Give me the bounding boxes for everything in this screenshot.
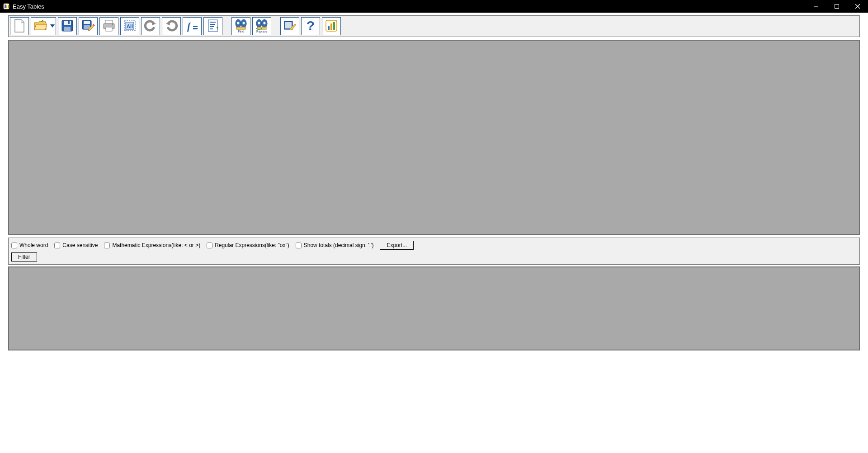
whole-word-label: Whole word	[19, 242, 48, 248]
case-sensitive-label: Case sensitive	[62, 242, 98, 248]
show-totals-checkbox[interactable]: Show totals (decimal sign: '.')	[296, 242, 374, 248]
main-grid-area[interactable]	[8, 40, 860, 235]
svg-rect-27	[193, 28, 198, 29]
find-icon: Find	[234, 18, 248, 35]
svg-rect-10	[64, 21, 71, 25]
chart-icon	[325, 19, 338, 33]
case-sensitive-checkbox[interactable]: Case sensitive	[54, 242, 98, 248]
maximize-button[interactable]	[826, 0, 847, 13]
print-button[interactable]	[99, 17, 118, 35]
find-button[interactable]: Find	[231, 17, 250, 35]
formula-button[interactable]: f	[183, 17, 202, 35]
svg-rect-5	[835, 5, 839, 9]
undo-icon	[144, 20, 157, 33]
new-button[interactable]	[10, 17, 29, 35]
svg-rect-51	[330, 23, 332, 30]
save-icon	[61, 19, 74, 33]
svg-rect-1	[5, 5, 6, 8]
svg-marker-23	[152, 21, 156, 25]
replace-button[interactable]: Replace	[252, 17, 271, 35]
svg-rect-2	[6, 5, 7, 8]
svg-text:f: f	[187, 20, 192, 32]
redo-button[interactable]	[162, 17, 181, 35]
select-all-button[interactable]: All	[120, 17, 139, 35]
math-expressions-label: Mathematic Expressions(like: < or >)	[112, 242, 200, 248]
svg-rect-28	[208, 20, 217, 32]
redo-icon	[165, 20, 178, 33]
svg-rect-52	[333, 22, 335, 30]
fx-icon: f	[185, 19, 199, 33]
help-button[interactable]: ?	[301, 17, 320, 35]
minimize-button[interactable]	[806, 0, 826, 13]
svg-text:Find: Find	[238, 30, 244, 33]
save-button[interactable]	[58, 17, 77, 35]
chart-button[interactable]	[322, 17, 341, 35]
toolbar: All	[8, 15, 860, 37]
regex-label: Regular Expressions(like: "ox")	[215, 242, 289, 248]
svg-rect-26	[193, 26, 198, 27]
new-file-icon	[13, 19, 26, 34]
sort-icon	[207, 19, 219, 34]
svg-rect-14	[84, 21, 90, 24]
svg-rect-50	[328, 26, 330, 30]
svg-rect-18	[106, 27, 112, 31]
svg-point-36	[237, 22, 240, 24]
options-button[interactable]	[280, 17, 299, 35]
svg-text:Replace: Replace	[256, 30, 267, 33]
window-title: Easy Tables	[13, 3, 44, 10]
svg-marker-24	[166, 21, 170, 25]
filter-button[interactable]: Filter	[11, 252, 37, 262]
svg-point-42	[258, 22, 260, 24]
svg-text:?: ?	[307, 19, 315, 33]
svg-point-37	[243, 22, 245, 24]
undo-button[interactable]	[141, 17, 160, 35]
folder-open-icon	[33, 20, 47, 33]
select-all-icon: All	[123, 19, 137, 33]
save-as-button[interactable]	[79, 17, 98, 35]
open-button[interactable]	[31, 17, 56, 35]
print-icon	[102, 19, 116, 33]
svg-rect-12	[68, 21, 70, 24]
options-icon	[283, 19, 297, 33]
svg-rect-47	[285, 22, 292, 28]
filter-bar: Whole word Case sensitive Mathematic Exp…	[8, 238, 860, 265]
results-grid-area[interactable]	[8, 266, 860, 350]
svg-marker-8	[50, 24, 55, 28]
title-bar: Easy Tables	[0, 0, 868, 13]
open-dropdown-arrow[interactable]	[49, 23, 56, 29]
close-button[interactable]	[847, 0, 868, 13]
math-expressions-checkbox[interactable]: Mathematic Expressions(like: < or >)	[104, 242, 200, 248]
sort-button[interactable]	[203, 17, 222, 35]
show-totals-label: Show totals (decimal sign: '.')	[304, 242, 374, 248]
svg-text:All: All	[127, 23, 133, 29]
app-icon	[3, 3, 10, 10]
svg-point-43	[264, 22, 266, 24]
svg-rect-3	[8, 5, 9, 8]
svg-rect-38	[236, 27, 245, 29]
chevron-down-icon	[50, 23, 55, 29]
export-button[interactable]: Export...	[380, 241, 414, 250]
replace-icon: Replace	[255, 18, 269, 35]
regex-checkbox[interactable]: Regular Expressions(like: "ox")	[207, 242, 289, 248]
save-edit-icon	[81, 19, 95, 34]
whole-word-checkbox[interactable]: Whole word	[11, 242, 48, 248]
svg-rect-11	[64, 27, 71, 31]
help-icon: ?	[305, 19, 316, 34]
svg-point-19	[112, 24, 113, 25]
